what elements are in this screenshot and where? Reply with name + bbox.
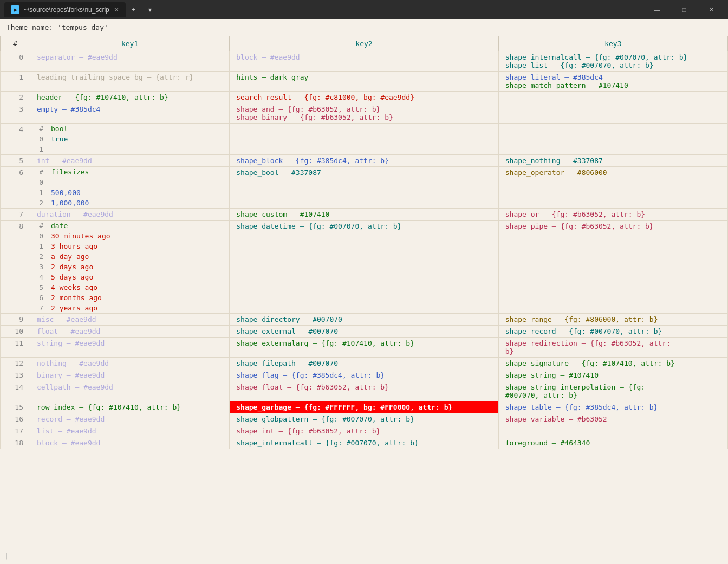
dropdown-button[interactable]: ▾ xyxy=(142,0,158,19)
row-key1-nested: # filesizes 0 1 500,000 xyxy=(30,167,230,209)
row-key1: float – #eae9dd xyxy=(30,326,230,338)
row-key1: string – #eae9dd xyxy=(30,338,230,358)
tab-icon: ▶ xyxy=(11,5,20,14)
nested-row: 1 xyxy=(30,144,229,154)
row-key3: foreground – #464340 xyxy=(498,437,727,449)
row-key1: block – #eae9dd xyxy=(30,437,230,449)
table-row: 16 record – #eae9dd shape_globpattern – … xyxy=(1,413,728,425)
row-num: 4 xyxy=(1,124,30,155)
row-key1: separator – #eae9dd xyxy=(30,51,230,72)
tab-close[interactable]: ✕ xyxy=(114,6,119,14)
table-row: 8 # date 0 30 minutes ago xyxy=(1,221,728,314)
cursor: | xyxy=(4,552,9,560)
row-key2: shape_and – {fg: #b63052, attr: b} shape… xyxy=(230,103,499,124)
row-key2: shape_custom – #107410 xyxy=(230,209,499,221)
nested-row: 1 500,000 xyxy=(30,187,229,198)
row-num: 6 xyxy=(1,167,30,209)
row-num: 0 xyxy=(1,51,30,72)
row-key3 xyxy=(498,103,727,124)
tab[interactable]: ▶ ~\source\repos\forks\nu_scrip ✕ xyxy=(4,2,126,17)
row-key1-nested: # bool 0 true 1 xyxy=(30,124,230,155)
row-num: 7 xyxy=(1,209,30,221)
row-key2: shape_block – {fg: #385dc4, attr: b} xyxy=(230,155,499,167)
row-key1: record – #eae9dd xyxy=(30,413,230,425)
row-key2: shape_filepath – #007070 xyxy=(230,358,499,369)
row-key1: empty – #385dc4 xyxy=(30,103,230,124)
row-key2: shape_directory – #007070 xyxy=(230,314,499,326)
table-row: 5 int – #eae9dd shape_block – {fg: #385d… xyxy=(1,155,728,167)
nested-row: 6 2 months ago xyxy=(30,293,229,303)
table-row: 6 # filesizes 0 1 xyxy=(1,167,728,209)
row-key3 xyxy=(498,425,727,437)
new-tab-button[interactable]: + xyxy=(126,0,142,19)
table-container[interactable]: # key1 key2 key3 0 separator – #eae9dd b… xyxy=(0,36,728,564)
nested-row: 1 3 hours ago xyxy=(30,241,229,251)
row-key3: shape_literal – #385dc4 shape_match_patt… xyxy=(498,72,727,92)
row-key1-nested: # date 0 30 minutes ago 1 3 hours ago xyxy=(30,221,230,314)
nested-row: 0 true xyxy=(30,134,229,144)
row-num: 12 xyxy=(1,358,30,369)
row-key1: duration – #eae9dd xyxy=(30,209,230,221)
row-key3: shape_pipe – {fg: #b63052, attr: b} xyxy=(498,221,727,314)
minimize-button[interactable]: — xyxy=(645,0,670,19)
table-row: 1 leading_trailing_space_bg – {attr: r} … xyxy=(1,72,728,92)
table-row: 0 separator – #eae9dd block – #eae9dd sh… xyxy=(1,51,728,72)
table-row: 10 float – #eae9dd shape_external – #007… xyxy=(1,326,728,338)
row-key2: block – #eae9dd xyxy=(230,51,499,72)
row-key2: shape_flag – {fg: #385dc4, attr: b} xyxy=(230,369,499,381)
row-key2: shape_bool – #337087 xyxy=(230,167,499,209)
col-header-key1: key1 xyxy=(30,36,230,51)
row-key3: shape_nothing – #337087 xyxy=(498,155,727,167)
table-row: 3 empty – #385dc4 shape_and – {fg: #b630… xyxy=(1,103,728,124)
row-num: 14 xyxy=(1,381,30,401)
row-key2: hints – dark_gray xyxy=(230,72,499,92)
col-header-key2: key2 xyxy=(230,36,499,51)
row-key1: int – #eae9dd xyxy=(30,155,230,167)
row-key3: shape_table – {fg: #385dc4, attr: b} xyxy=(498,401,727,413)
row-key2: shape_externalarg – {fg: #107410, attr: … xyxy=(230,338,499,358)
row-num: 16 xyxy=(1,413,30,425)
row-key2: search_result – {fg: #c81000, bg: #eae9d… xyxy=(230,92,499,103)
table-row: 2 header – {fg: #107410, attr: b} search… xyxy=(1,92,728,103)
col-header-num: # xyxy=(1,36,30,51)
row-num: 11 xyxy=(1,338,30,358)
row-key1: row_index – {fg: #107410, attr: b} xyxy=(30,401,230,413)
table-row: 18 block – #eae9dd shape_internalcall – … xyxy=(1,437,728,449)
nested-row: 3 2 days ago xyxy=(30,262,229,272)
row-num: 10 xyxy=(1,326,30,338)
row-num: 1 xyxy=(1,72,30,92)
row-key3 xyxy=(498,124,727,155)
row-key2-highlighted: shape_garbage – {fg: #FFFFFF, bg: #FF000… xyxy=(230,401,499,413)
row-key1: nothing – #eae9dd xyxy=(30,358,230,369)
row-num: 17 xyxy=(1,425,30,437)
row-num: 3 xyxy=(1,103,30,124)
row-key3: shape_internalcall – {fg: #007070, attr:… xyxy=(498,51,727,72)
row-key1: leading_trailing_space_bg – {attr: r} xyxy=(30,72,230,92)
row-num: 15 xyxy=(1,401,30,413)
nested-row: 4 5 days ago xyxy=(30,272,229,282)
nested-row: 7 2 years ago xyxy=(30,303,229,313)
row-key2: shape_globpattern – {fg: #007070, attr: … xyxy=(230,413,499,425)
table-header-row: # key1 key2 key3 xyxy=(1,36,728,51)
row-key3: shape_signature – {fg: #107410, attr: b} xyxy=(498,358,727,369)
close-button[interactable]: ✕ xyxy=(699,0,724,19)
row-key3: shape_variable – #b63052 xyxy=(498,413,727,425)
nested-row: 2 1,000,000 xyxy=(30,198,229,208)
row-key1: header – {fg: #107410, attr: b} xyxy=(30,92,230,103)
row-num: 13 xyxy=(1,369,30,381)
maximize-button[interactable]: □ xyxy=(672,0,697,19)
row-num: 8 xyxy=(1,221,30,314)
row-num: 2 xyxy=(1,92,30,103)
title-bar-controls: — □ ✕ xyxy=(645,0,724,19)
table-row: 14 cellpath – #eae9dd shape_float – {fg:… xyxy=(1,381,728,401)
row-key1: cellpath – #eae9dd xyxy=(30,381,230,401)
row-key3: shape_string_interpolation – {fg: #00707… xyxy=(498,381,727,401)
row-key3: shape_record – {fg: #007070, attr: b} xyxy=(498,326,727,338)
row-key1: list – #eae9dd xyxy=(30,425,230,437)
row-key3: shape_string – #107410 xyxy=(498,369,727,381)
row-key2 xyxy=(230,124,499,155)
nested-row: 5 4 weeks ago xyxy=(30,282,229,293)
table-row: 9 misc – #eae9dd shape_directory – #0070… xyxy=(1,314,728,326)
table-row: 11 string – #eae9dd shape_externalarg – … xyxy=(1,338,728,358)
table-row: 17 list – #eae9dd shape_int – {fg: #b630… xyxy=(1,425,728,437)
